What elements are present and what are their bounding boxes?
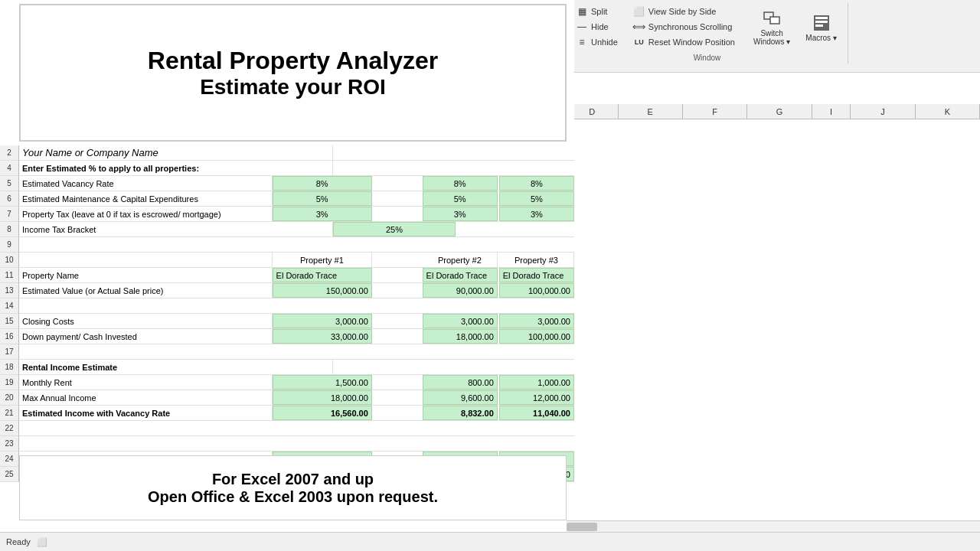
status-icon: ⬜ — [37, 537, 47, 547]
ribbon: ▦ Split — Hide ≡ Unhide ⬜ View Side by S… — [567, 0, 980, 73]
unhide-icon: ≡ — [576, 36, 588, 48]
max-annual-v2: 9,600.00 — [423, 390, 498, 405]
est-income-v3: 11,040.00 — [499, 406, 574, 420]
scrollbar-thumb[interactable] — [567, 523, 597, 531]
row-num-4: 4 — [0, 161, 19, 176]
table-row: Property Tax (leave at 0 if tax is escro… — [19, 207, 574, 222]
hide-icon: — — [576, 21, 588, 33]
col-g: G — [747, 104, 812, 119]
row-num-24: 24 — [0, 452, 19, 467]
row-num-7: 7 — [0, 207, 19, 222]
row-num-25: 25 — [0, 467, 19, 482]
est-income-label: Estimated Income with Vacancy Rate — [19, 406, 273, 420]
propname-v3: El Dorado Trace — [499, 268, 574, 282]
downpayment-v3: 100,000.00 — [499, 329, 574, 344]
switch-windows-button[interactable]: SwitchWindows ▾ — [749, 6, 795, 47]
max-annual-v1[interactable]: 18,000.00 — [273, 390, 372, 405]
table-row: Max Annual Income 18,000.00 9,600.00 12,… — [19, 390, 574, 406]
vacancy-v1[interactable]: 8% — [273, 176, 372, 191]
vacancy-v3: 8% — [499, 176, 574, 191]
maintenance-label: Estimated Maintenance & Capital Expendit… — [19, 191, 273, 206]
macros-label: Macros ▾ — [805, 34, 837, 42]
table-row — [19, 421, 574, 436]
switch-windows-label: SwitchWindows ▾ — [753, 29, 790, 46]
table-row: Enter Estimated % to apply to all proper… — [19, 161, 574, 176]
company-name-cell: Your Name or Company Name — [19, 145, 333, 160]
maintenance-v3: 5% — [499, 191, 574, 206]
ribbon-window-group: ▦ Split — Hide ≡ Unhide ⬜ View Side by S… — [567, 3, 848, 64]
row-num-13: 13 — [0, 283, 19, 298]
window-group-label: Window — [573, 54, 841, 62]
rental-income-header: Rental Income Estimate — [19, 360, 333, 374]
title-main: Rental Property Analyzer — [148, 47, 438, 75]
bottom-line1: For Excel 2007 and up — [212, 471, 374, 488]
closing-v3: 3,000.00 — [499, 314, 574, 328]
sync-scroll-icon: ⟺ — [633, 21, 645, 33]
row-num-11: 11 — [0, 268, 19, 283]
propname-label: Property Name — [19, 268, 273, 282]
maintenance-v1[interactable]: 5% — [273, 191, 372, 206]
downpayment-v1[interactable]: 33,000.00 — [273, 329, 372, 344]
table-row: Estimated Value (or Actual Sale price) 1… — [19, 283, 574, 298]
row-num-15: 15 — [0, 314, 19, 329]
incometax-v1[interactable]: 25% — [333, 222, 456, 236]
propertytax-label: Property Tax (leave at 0 if tax is escro… — [19, 207, 273, 221]
view-side-icon: ⬜ — [633, 5, 645, 18]
estvalue-v1[interactable]: 150,000.00 — [273, 283, 372, 298]
view-side-by-side-button[interactable]: ⬜ View Side by Side — [630, 5, 738, 18]
property-header-row: Property #1 Property #2 Property #3 — [19, 253, 574, 268]
prop-spacer — [19, 253, 273, 267]
bottom-text-area: For Excel 2007 and up Open Office & Exce… — [19, 455, 567, 520]
row-num-19: 19 — [0, 375, 19, 390]
col-f: F — [683, 104, 747, 119]
table-row — [19, 237, 574, 253]
row-num-9: 9 — [0, 237, 19, 253]
split-button[interactable]: ▦ Split — [573, 5, 621, 18]
row-num-2: 2 — [0, 145, 19, 161]
incometax-label: Income Tax Bracket — [19, 222, 333, 236]
propname-v1[interactable]: El Dorado Trace — [273, 268, 372, 282]
bottom-line2: Open Office & Excel 2003 upon request. — [148, 488, 438, 506]
maintenance-v2: 5% — [423, 191, 498, 206]
split-icon: ▦ — [576, 5, 588, 18]
col-i: I — [812, 104, 851, 119]
table-row: Property Name El Dorado Trace El Dorado … — [19, 268, 574, 283]
row-num-8: 8 — [0, 222, 19, 237]
table-row: Estimated Maintenance & Capital Expendit… — [19, 191, 574, 207]
svg-rect-4 — [815, 21, 828, 23]
monthly-rent-v3: 1,000.00 — [499, 375, 574, 390]
table-row: Down payment/ Cash Invested 33,000.00 18… — [19, 329, 574, 344]
horizontal-scrollbar[interactable] — [567, 520, 980, 532]
max-annual-v3: 12,000.00 — [499, 390, 574, 405]
svg-rect-1 — [770, 17, 779, 24]
col-d: D — [567, 104, 619, 119]
unhide-button[interactable]: ≡ Unhide — [573, 35, 621, 49]
switch-windows-icon — [761, 8, 782, 29]
propertytax-v1[interactable]: 3% — [273, 207, 372, 221]
row-num-5: 5 — [0, 176, 19, 191]
vacancy-label: Estimated Vacancy Rate — [19, 176, 273, 191]
title-area: Rental Property Analyzer Estimate your R… — [19, 4, 567, 142]
row-num-20: 20 — [0, 390, 19, 406]
monthly-rent-v2: 800.00 — [423, 375, 498, 390]
reset-window-position-button[interactable]: LU Reset Window Position — [630, 35, 738, 49]
status-bar: Ready ⬜ — [0, 532, 980, 551]
closing-v2: 3,000.00 — [423, 314, 498, 328]
col-e: E — [619, 104, 683, 119]
table-row: Closing Costs 3,000.00 3,000.00 3,000.00 — [19, 314, 574, 329]
macros-button[interactable]: Macros ▾ — [801, 11, 841, 44]
table-row: Income Tax Bracket 25% — [19, 222, 574, 237]
row-num-18: 18 — [0, 360, 19, 375]
closing-label: Closing Costs — [19, 314, 273, 328]
propertytax-v3: 3% — [499, 207, 574, 221]
propname-v2: El Dorado Trace — [423, 268, 498, 282]
row-num-10: 10 — [0, 253, 19, 268]
hide-button[interactable]: — Hide — [573, 20, 621, 34]
row-numbers: 2 4 5 6 7 8 9 10 11 13 14 15 16 17 18 19… — [0, 145, 19, 482]
title-sub: Estimate your ROI — [200, 75, 386, 99]
monthly-rent-v1[interactable]: 1,500.00 — [273, 375, 372, 390]
closing-v1[interactable]: 3,000.00 — [273, 314, 372, 328]
est-income-v1[interactable]: 16,560.00 — [273, 406, 372, 420]
synchronous-scrolling-button[interactable]: ⟺ Synchronous Scrolling — [630, 20, 738, 34]
column-headers: D E F G I J K — [567, 104, 980, 119]
